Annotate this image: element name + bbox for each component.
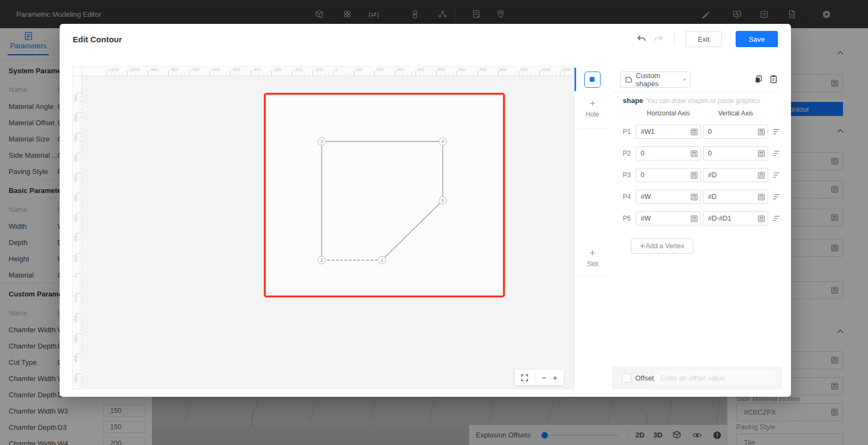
contour-vertex[interactable]: 4	[439, 138, 446, 145]
ruler-tick-label: 300	[73, 215, 78, 222]
vertical-axis-input[interactable]	[704, 190, 756, 203]
ruler-tick-label: -400	[252, 67, 261, 72]
horizontal-axis-input[interactable]	[636, 125, 688, 138]
contour-shape[interactable]: 12345	[73, 67, 574, 389]
horizontal-axis-field[interactable]	[636, 146, 701, 160]
horizontal-axis-field[interactable]	[636, 125, 701, 139]
horizontal-axis-field[interactable]	[636, 190, 701, 204]
ruler-tick-label: 600	[458, 67, 465, 72]
ruler-tick-label: -100	[314, 67, 323, 72]
custom-shape-icon	[625, 76, 633, 83]
horizontal-axis-input[interactable]	[636, 212, 688, 225]
contour-vertex[interactable]: 2	[318, 256, 326, 264]
ruler-tick-label: -400	[73, 355, 78, 364]
vertex-label: P3	[623, 171, 631, 179]
vertical-axis-field[interactable]	[703, 168, 768, 182]
shape-tool-button[interactable]	[584, 72, 601, 88]
vertical-axis-field[interactable]	[703, 125, 768, 139]
zoom-controls: − +	[515, 370, 564, 385]
selection-rect[interactable]	[265, 94, 504, 296]
calculator-icon[interactable]	[691, 215, 698, 222]
plus-icon: +	[640, 241, 645, 251]
ruler-tick-label: 400	[417, 67, 424, 72]
ruler-tick-label: 0	[335, 67, 337, 72]
add-hole-button[interactable]: + Hole	[575, 99, 610, 118]
horizontal-axis-field[interactable]	[636, 168, 701, 182]
contour-vertex[interactable]: 3	[318, 138, 326, 145]
ruler-tick-label: 100	[355, 67, 362, 72]
calculator-icon[interactable]	[758, 215, 765, 222]
shape-type-select[interactable]: Custom shapes ▾	[620, 72, 691, 88]
vertical-axis-input[interactable]	[704, 125, 756, 138]
ruler-tick-label: 100	[73, 255, 78, 262]
svg-text:1: 1	[380, 257, 383, 263]
undo-icon[interactable]	[636, 35, 646, 43]
offset-input[interactable]	[655, 370, 776, 385]
zoom-out-icon[interactable]: −	[541, 373, 546, 382]
vertical-axis-header: Vertical Axis	[703, 109, 768, 117]
vertical-axis-input[interactable]	[704, 169, 756, 182]
vertical-axis-field[interactable]	[703, 190, 768, 204]
vertical-axis-field[interactable]	[703, 146, 768, 160]
calculator-icon[interactable]	[691, 150, 698, 157]
calculator-icon[interactable]	[691, 172, 698, 179]
shape-type-value: Custom shapes	[636, 72, 680, 88]
ruler-tick-label: -700	[190, 67, 199, 72]
contour-vertex[interactable]: 1	[378, 256, 386, 264]
horizontal-axis-field[interactable]	[636, 211, 701, 225]
calculator-icon[interactable]	[691, 194, 698, 201]
constraint-icon[interactable]	[772, 215, 780, 222]
slot-label: Slot	[575, 260, 610, 268]
hole-label: Hole	[575, 111, 610, 118]
ruler-tick-label: 200	[73, 235, 78, 242]
strip-divider	[577, 128, 608, 129]
vertical-axis-input[interactable]	[704, 212, 756, 225]
horizontal-axis-input[interactable]	[636, 147, 688, 160]
vertical-axis-input[interactable]	[704, 147, 756, 160]
add-slot-button[interactable]: + Slot	[575, 248, 610, 268]
offset-bar: Offset	[612, 366, 782, 389]
zoom-in-icon[interactable]: +	[553, 373, 558, 382]
horizontal-axis-input[interactable]	[636, 190, 688, 203]
constraint-icon[interactable]	[772, 171, 780, 179]
add-vertex-button[interactable]: +Add a Vertex	[631, 238, 693, 254]
svg-text:4: 4	[441, 139, 444, 144]
vertex-row: P5	[610, 211, 782, 225]
horizontal-axis-input[interactable]	[636, 169, 688, 182]
constraint-icon[interactable]	[772, 150, 780, 157]
shape-tool-icon	[590, 77, 595, 82]
ruler-tick-label: 200	[376, 67, 383, 72]
redo-icon[interactable]	[654, 35, 663, 43]
header-divider	[674, 34, 675, 44]
contour-canvas[interactable]: 12345 -1100-1000-900-800-700-600-500-400…	[72, 66, 574, 389]
calculator-icon[interactable]	[758, 128, 765, 136]
horizontal-ruler: -1100-1000-900-800-700-600-500-400-300-2…	[73, 67, 574, 76]
contour-vertex[interactable]: 5	[439, 197, 446, 204]
calculator-icon[interactable]	[758, 150, 765, 157]
calculator-icon[interactable]	[758, 172, 765, 179]
modal-title: Edit Contour	[73, 35, 636, 44]
exit-button[interactable]: Exit	[686, 31, 722, 47]
ruler-tick-label: 500	[438, 67, 445, 72]
fit-view-icon[interactable]	[521, 374, 528, 382]
vertical-axis-field[interactable]	[703, 211, 768, 225]
copy-icon[interactable]	[754, 75, 763, 83]
calculator-icon[interactable]	[691, 128, 698, 136]
contour-tool-strip: + Hole + Slot	[574, 66, 610, 397]
edit-contour-modal: Edit Contour Exit Save 12345 -1100-1000-…	[60, 24, 791, 397]
modal-header: Edit Contour Exit Save	[60, 24, 791, 54]
paste-icon[interactable]	[769, 75, 778, 83]
ruler-tick-label: -200	[293, 67, 302, 72]
constraint-icon[interactable]	[772, 128, 780, 136]
save-button[interactable]: Save	[736, 31, 778, 47]
ruler-tick-label: 800	[500, 67, 507, 72]
constraint-icon[interactable]	[772, 193, 780, 201]
ruler-tick-label: -500	[232, 67, 240, 72]
svg-text:5: 5	[441, 198, 444, 203]
vertex-row: P3	[610, 168, 782, 182]
offset-checkbox[interactable]	[622, 373, 631, 383]
parametric-modeling-editor: Parametric Modeling Editor (⇄) ?	[0, 0, 868, 445]
ruler-tick-label: 900	[73, 94, 78, 101]
ruler-tick-label: -100	[73, 295, 78, 304]
calculator-icon[interactable]	[758, 194, 765, 201]
